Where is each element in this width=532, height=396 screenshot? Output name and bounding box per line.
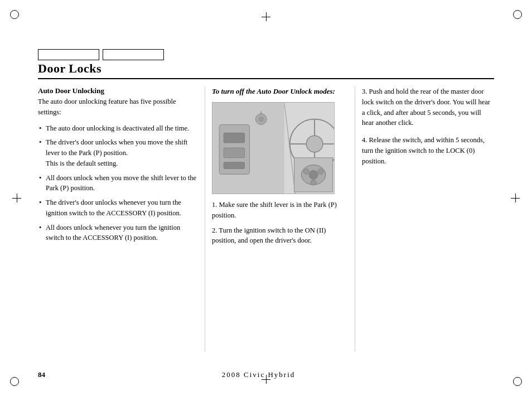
auto-door-unlocking-heading: Auto Door Unlocking <box>38 86 197 95</box>
svg-point-8 <box>258 117 264 122</box>
step-3: 3. Push and hold the rear of the master … <box>362 86 494 128</box>
list-item: All doors unlock whenever you turn the i… <box>38 223 197 244</box>
crosshair-left <box>12 194 21 202</box>
list-item: The driver's door unlocks when you move … <box>38 137 197 168</box>
svg-rect-5 <box>224 148 245 158</box>
page-number: 84 <box>38 370 45 379</box>
corner-mark-bl <box>10 374 22 386</box>
corner-mark-br <box>510 374 522 386</box>
svg-point-18 <box>309 171 318 180</box>
svg-rect-4 <box>224 133 245 143</box>
svg-point-20 <box>318 169 323 175</box>
right-column: 3. Push and hold the rear of the master … <box>357 86 494 351</box>
content-area: Auto Door Unlocking The auto door unlock… <box>38 86 494 351</box>
svg-rect-6 <box>224 162 245 169</box>
middle-column: To turn off the Auto Door Unlock modes: <box>207 86 352 351</box>
footer-title: 2008 Civic Hybrid <box>222 370 296 379</box>
tab-left <box>38 49 99 60</box>
tab-right <box>103 49 164 60</box>
page-title-section: Door Locks <box>38 61 494 79</box>
illustration-box <box>212 102 335 194</box>
step-4: 4. Release the switch, and within 5 seco… <box>362 135 494 166</box>
step-2: 2. Turn the ignition switch to the ON (I… <box>212 225 348 247</box>
crosshair-top <box>262 12 270 21</box>
title-rule <box>38 78 494 79</box>
bullet-list: The auto door unlocking is deactivated a… <box>38 123 197 244</box>
illustration-svg <box>212 103 334 194</box>
svg-point-19 <box>303 169 309 175</box>
page: Door Locks Auto Door Unlocking The auto … <box>0 0 532 396</box>
list-item: The driver's door unlocks whenever you t… <box>38 197 197 219</box>
corner-mark-tl <box>10 10 22 22</box>
header-tabs <box>38 49 164 60</box>
section-intro: The auto door unlocking feature has five… <box>38 96 197 118</box>
page-title: Door Locks <box>38 61 494 76</box>
svg-point-11 <box>306 136 323 152</box>
footer: 84 2008 Civic Hybrid <box>38 370 494 379</box>
svg-point-21 <box>311 180 316 185</box>
column-divider <box>205 86 205 351</box>
middle-heading: To turn off the Auto Door Unlock modes: <box>212 86 348 96</box>
list-item: All doors unlock when you move the shift… <box>38 173 197 194</box>
column-divider-2 <box>355 86 355 351</box>
left-column: Auto Door Unlocking The auto door unlock… <box>38 86 202 351</box>
corner-mark-tr <box>510 10 522 22</box>
step-1: 1. Make sure the shift lever is in the P… <box>212 200 348 221</box>
list-item: The auto door unlocking is deactivated a… <box>38 123 197 134</box>
crosshair-right <box>511 194 520 202</box>
